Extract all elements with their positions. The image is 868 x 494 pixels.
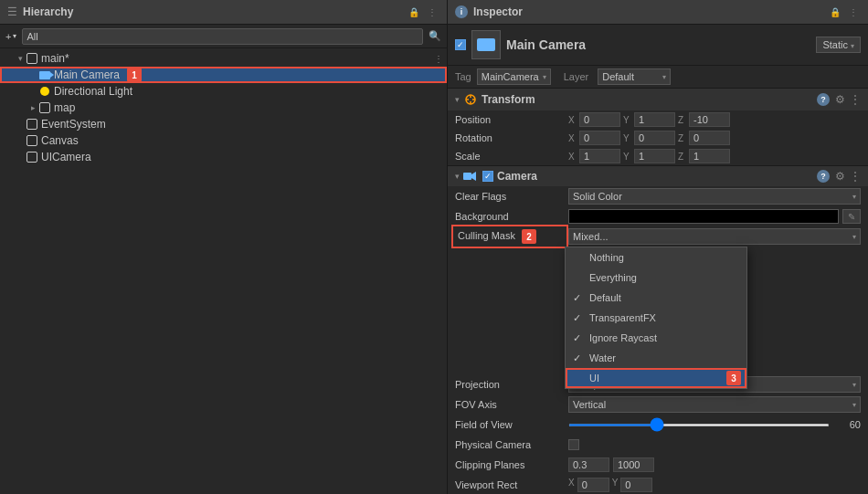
color-picker-btn[interactable]: ✎ bbox=[842, 209, 861, 224]
inspector-header: i Inspector 🔒 ⋮ bbox=[448, 0, 868, 25]
camera-active-checkbox[interactable]: ✓ bbox=[482, 171, 493, 182]
tree-item-label-main-camera: Main Camera bbox=[54, 68, 120, 81]
plus-icon: + bbox=[5, 31, 11, 42]
rotation-y-field: Y bbox=[623, 131, 675, 145]
scale-y-input[interactable] bbox=[634, 149, 675, 163]
inspector-lock-icon[interactable]: 🔒 bbox=[828, 5, 842, 19]
culling-mask-label: Culling Mask 2 bbox=[455, 228, 565, 245]
culling-item-water[interactable]: ✓ Water bbox=[566, 348, 746, 368]
transform-settings-icon[interactable]: ⚙ bbox=[833, 93, 846, 106]
clipping-far-input[interactable] bbox=[613, 457, 654, 472]
culling-mask-dropdown[interactable]: Mixed... ▾ bbox=[568, 228, 861, 245]
viewport-rect-label: Viewport Rect bbox=[455, 479, 565, 490]
gameobj-icon-canvas bbox=[26, 134, 38, 147]
camera-header[interactable]: ▾ ✓ Camera ? ⚙ ⋮ bbox=[448, 166, 868, 186]
add-button[interactable]: + ▾ bbox=[5, 31, 16, 42]
camera-kebab-icon[interactable]: ⋮ bbox=[850, 170, 861, 183]
culling-item-default[interactable]: ✓ Default bbox=[566, 288, 746, 308]
tree-item-uicamera[interactable]: ▸ UICamera bbox=[0, 149, 447, 165]
tree-item-main-camera[interactable]: ▸ Main Camera 1 bbox=[0, 67, 447, 83]
inspector-more-icon[interactable]: ⋮ bbox=[846, 5, 861, 19]
culling-item-ui[interactable]: ✓ UI 3 bbox=[566, 368, 746, 388]
tree-item-main[interactable]: ▾ main* ⋮ bbox=[0, 50, 447, 67]
camera-info-icon[interactable]: ? bbox=[817, 170, 830, 183]
scale-row: Scale X Y Z bbox=[448, 147, 868, 165]
clear-flags-dropdown[interactable]: Solid Color ▾ bbox=[568, 188, 861, 205]
rotation-z-input[interactable] bbox=[689, 131, 730, 145]
object-name[interactable]: Main Camera bbox=[506, 37, 810, 52]
camera-settings-icon[interactable]: ⚙ bbox=[833, 170, 846, 183]
scale-z-field: Z bbox=[678, 149, 730, 163]
tree-item-eventsystem[interactable]: ▸ EventSystem bbox=[0, 116, 447, 132]
fov-axis-dropdown[interactable]: Vertical ▾ bbox=[568, 396, 861, 413]
viewport-y-input[interactable] bbox=[620, 478, 652, 492]
fov-axis-row: FOV Axis Vertical ▾ bbox=[448, 394, 868, 415]
active-checkbox[interactable]: ✓ bbox=[455, 39, 466, 50]
physical-camera-checkbox[interactable]: ✓ bbox=[568, 439, 579, 450]
position-label: Position bbox=[455, 114, 565, 125]
hierarchy-header-icons: 🔒 ⋮ bbox=[407, 5, 439, 19]
field-of-view-label: Field of View bbox=[455, 419, 565, 430]
search-icon[interactable]: 🔍 bbox=[429, 30, 441, 42]
background-color-field[interactable] bbox=[568, 209, 839, 224]
camera-component-icon bbox=[463, 170, 476, 183]
culling-item-nothing[interactable]: ✓ Nothing bbox=[566, 247, 746, 268]
transform-section: ▾ Transform ? ⚙ ⋮ Position X bbox=[448, 89, 868, 166]
rotation-y-input[interactable] bbox=[634, 131, 675, 145]
transform-collapse-arrow: ▾ bbox=[455, 95, 460, 104]
position-z-input[interactable] bbox=[689, 112, 730, 127]
culling-item-ignore-raycast[interactable]: ✓ Ignore Raycast bbox=[566, 328, 746, 348]
position-y-input[interactable] bbox=[634, 112, 675, 127]
scale-z-input[interactable] bbox=[689, 149, 730, 163]
hierarchy-title: Hierarchy bbox=[23, 5, 73, 18]
badge-2: 2 bbox=[522, 229, 536, 244]
expand-arrow-map: ▸ bbox=[27, 102, 38, 113]
badge-3: 3 bbox=[726, 371, 741, 385]
tag-label: Tag bbox=[455, 71, 471, 82]
tree-item-map[interactable]: ▸ map bbox=[0, 100, 447, 116]
transparentfx-check: ✓ bbox=[573, 312, 584, 324]
ui-check: ✓ bbox=[573, 373, 584, 384]
position-x-input[interactable] bbox=[579, 112, 620, 127]
field-of-view-value: 60 bbox=[833, 419, 861, 430]
position-fields: X Y Z bbox=[568, 112, 861, 127]
tree-item-canvas[interactable]: ▸ Canvas bbox=[0, 132, 447, 149]
clipping-near-input[interactable] bbox=[568, 457, 609, 472]
physical-camera-label: Physical Camera bbox=[455, 439, 565, 450]
viewport-x-input[interactable] bbox=[577, 478, 609, 492]
culling-item-everything[interactable]: ✓ Everything bbox=[566, 268, 746, 288]
tree-item-label-eventsystem: EventSystem bbox=[41, 118, 106, 131]
clipping-planes-fields bbox=[568, 457, 861, 472]
transform-header[interactable]: ▾ Transform ? ⚙ ⋮ bbox=[448, 89, 868, 110]
scale-y-label: Y bbox=[623, 152, 632, 162]
static-button[interactable]: Static ▾ bbox=[816, 37, 861, 53]
layer-dropdown[interactable]: Default ▾ bbox=[598, 68, 671, 85]
rotation-x-input[interactable] bbox=[579, 131, 620, 145]
scale-fields: X Y Z bbox=[568, 149, 861, 163]
default-check: ✓ bbox=[573, 292, 584, 304]
lock-icon[interactable]: 🔒 bbox=[407, 5, 421, 19]
hierarchy-menu-icon: ☰ bbox=[7, 5, 17, 18]
main-more-icon[interactable]: ⋮ bbox=[434, 54, 443, 64]
culling-item-transparentfx[interactable]: ✓ TransparentFX bbox=[566, 308, 746, 328]
position-x-field: X bbox=[568, 112, 620, 127]
gameobj-icon-map bbox=[38, 101, 51, 114]
hierarchy-toolbar: + ▾ 🔍 bbox=[0, 25, 447, 48]
field-of-view-slider[interactable] bbox=[568, 424, 830, 426]
inspector-header-icons: 🔒 ⋮ bbox=[828, 5, 861, 19]
rotation-y-label: Y bbox=[623, 133, 632, 143]
camera-component-icons: ? ⚙ ⋮ bbox=[817, 170, 861, 183]
more-options-icon[interactable]: ⋮ bbox=[425, 5, 439, 19]
ignore-raycast-check: ✓ bbox=[573, 332, 584, 344]
hierarchy-search-input[interactable] bbox=[22, 28, 423, 45]
background-label: Background bbox=[455, 211, 565, 222]
tag-dropdown[interactable]: MainCamera ▾ bbox=[477, 68, 551, 85]
clear-flags-row: Clear Flags Solid Color ▾ bbox=[448, 186, 868, 206]
transform-kebab-icon[interactable]: ⋮ bbox=[850, 93, 861, 106]
badge-1: 1 bbox=[127, 68, 142, 82]
object-header: ✓ Main Camera Static ▾ bbox=[448, 25, 868, 66]
tree-item-dir-light[interactable]: ▸ Directional Light bbox=[0, 83, 447, 100]
transform-info-icon[interactable]: ? bbox=[817, 93, 830, 106]
clipping-planes-row: Clipping Planes bbox=[448, 455, 868, 475]
scale-x-input[interactable] bbox=[579, 149, 620, 163]
